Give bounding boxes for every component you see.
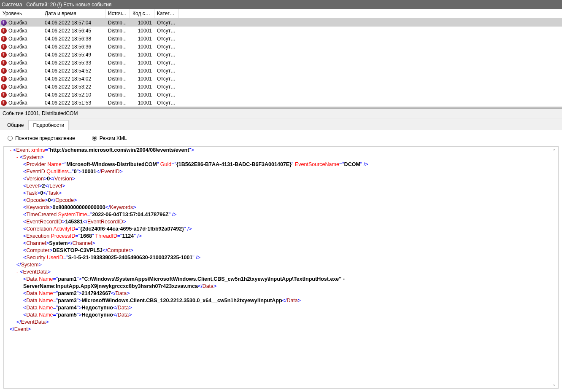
row-code: 10001 <box>130 19 154 26</box>
xml-provider-src: DCOM <box>344 161 360 167</box>
col-header-code[interactable]: Код со... <box>130 9 154 18</box>
xml-keywords: 0x8080000000000000 <box>53 204 105 210</box>
row-source: Distrib... <box>105 91 130 98</box>
row-date: 04.06.2022 18:56:36 <box>42 43 105 50</box>
xml-channel: System <box>49 240 68 246</box>
row-date: 04.06.2022 18:54:52 <box>42 67 105 74</box>
event-row[interactable]: !Ошибка04.06.2022 18:52:10Distrib...1000… <box>0 91 562 99</box>
row-category: Отсутс... <box>154 91 179 98</box>
event-row[interactable]: !Ошибка04.06.2022 18:55:49Distrib...1000… <box>0 51 562 59</box>
row-category: Отсутс... <box>154 75 179 82</box>
row-code: 10001 <box>130 35 154 42</box>
col-header-level[interactable]: Уровень <box>0 9 42 18</box>
row-category: Отсутс... <box>154 59 179 66</box>
radio-xml-label: Режим XML <box>100 135 127 141</box>
row-level: Ошибка <box>8 68 27 74</box>
row-level: Ошибка <box>8 20 27 26</box>
row-date: 04.06.2022 18:56:38 <box>42 35 105 42</box>
error-icon: ! <box>1 52 7 58</box>
radio-friendly-label: Понятное представление <box>15 135 75 141</box>
event-row[interactable]: !Ошибка04.06.2022 18:53:22Distrib...1000… <box>0 83 562 91</box>
tab-general[interactable]: Общие <box>3 120 28 130</box>
detail-title: Событие 10001, DistributedCOM <box>0 109 562 118</box>
row-date: 04.06.2022 18:53:22 <box>42 83 105 90</box>
row-level: Ошибка <box>8 100 27 106</box>
xml-view[interactable]: ⌃ ⌄ -<Event xmlns="http://schemas.micros… <box>3 146 559 389</box>
xml-time: 2022-06-04T13:57:04.4178796Z <box>92 212 168 217</box>
row-level: Ошибка <box>8 76 27 82</box>
radio-friendly[interactable]: Понятное представление <box>8 135 75 141</box>
error-icon: ! <box>1 60 7 66</box>
row-category: Отсутс... <box>154 51 179 58</box>
xml-xmlns: http://schemas.microsoft.com/win/2004/08… <box>50 147 189 153</box>
radio-friendly-dot <box>8 136 13 141</box>
error-icon: ! <box>1 68 7 74</box>
status-text: Событий: 20 (!) Есть новые события <box>26 2 111 8</box>
xml-param4: Недоступно <box>82 305 113 311</box>
title-bar: Система Событий: 20 (!) Есть новые событ… <box>0 0 562 9</box>
event-row[interactable]: !Ошибка04.06.2022 18:55:33Distrib...1000… <box>0 59 562 67</box>
row-category: Отсутс... <box>154 43 179 50</box>
scroll-up-icon[interactable]: ⌃ <box>551 148 557 154</box>
detail-tabs: Общие Подробности <box>0 118 562 130</box>
row-source: Distrib... <box>105 99 130 106</box>
event-row[interactable]: !Ошибка04.06.2022 18:54:02Distrib...1000… <box>0 75 562 83</box>
xml-param3: MicrosoftWindows.Client.CBS_120.2212.353… <box>82 298 282 303</box>
row-code: 10001 <box>130 99 154 106</box>
row-code: 10001 <box>130 51 154 58</box>
error-icon: ! <box>1 44 7 50</box>
row-level: Ошибка <box>8 44 27 50</box>
row-date: 04.06.2022 18:57:04 <box>42 19 105 26</box>
event-row[interactable]: !Ошибка04.06.2022 18:57:04Distrib...1000… <box>0 19 562 27</box>
row-code: 10001 <box>130 27 154 34</box>
view-mode-radios: Понятное представление Режим XML <box>0 130 562 146</box>
row-category: Отсутс... <box>154 83 179 90</box>
row-date: 04.06.2022 18:54:02 <box>42 75 105 82</box>
xml-provider-guid: {1B562E86-B7AA-4131-BADC-B6F3A001407E} <box>176 161 292 167</box>
row-date: 04.06.2022 18:55:33 <box>42 59 105 66</box>
row-source: Distrib... <box>105 51 130 58</box>
radio-xml[interactable]: Режим XML <box>92 135 127 141</box>
row-code: 10001 <box>130 59 154 66</box>
row-source: Distrib... <box>105 27 130 34</box>
error-icon: ! <box>1 92 7 98</box>
row-source: Distrib... <box>105 59 130 66</box>
row-code: 10001 <box>130 67 154 74</box>
row-category: Отсутс... <box>154 67 179 74</box>
row-level: Ошибка <box>8 92 27 98</box>
row-level: Ошибка <box>8 60 27 66</box>
row-level: Ошибка <box>8 52 27 58</box>
row-category: Отсутс... <box>154 99 179 106</box>
xml-processid: 1668 <box>80 233 92 239</box>
row-category: Отсутс... <box>154 27 179 34</box>
event-row[interactable]: !Ошибка04.06.2022 18:56:45Distrib...1000… <box>0 27 562 35</box>
row-category: Отсутс... <box>154 19 179 26</box>
row-category: Отсутс... <box>154 35 179 42</box>
error-icon: ! <box>1 36 7 42</box>
row-level: Ошибка <box>8 84 27 90</box>
scroll-down-icon[interactable]: ⌄ <box>551 381 557 387</box>
tab-details[interactable]: Подробности <box>28 120 69 130</box>
col-header-category[interactable]: Катего... <box>154 9 179 18</box>
col-header-source[interactable]: Источ... <box>105 9 130 18</box>
row-source: Distrib... <box>105 83 130 90</box>
event-row[interactable]: !Ошибка04.06.2022 18:51:53Distrib...1000… <box>0 99 562 107</box>
row-code: 10001 <box>130 75 154 82</box>
event-row[interactable]: !Ошибка04.06.2022 18:56:36Distrib...1000… <box>0 43 562 51</box>
col-header-date[interactable]: Дата и время <box>42 9 105 18</box>
row-date: 04.06.2022 18:56:45 <box>42 27 105 34</box>
xml-provider-name: Microsoft-Windows-DistributedCOM <box>66 161 157 167</box>
xml-param5: Недоступно <box>82 312 113 318</box>
row-level: Ошибка <box>8 28 27 34</box>
xml-computer: DESKTOP-C3VPL5J <box>53 247 103 253</box>
event-row[interactable]: !Ошибка04.06.2022 18:56:38Distrib...1000… <box>0 35 562 43</box>
xml-tree: -<Event xmlns="http://schemas.microsoft.… <box>10 147 552 333</box>
xml-threadid: 1124 <box>122 233 134 239</box>
event-row[interactable]: !Ошибка04.06.2022 18:54:52Distrib...1000… <box>0 67 562 75</box>
row-level: Ошибка <box>8 36 27 42</box>
xml-userid: S-1-5-21-193839025-2405490630-2100027325… <box>68 255 193 260</box>
row-code: 10001 <box>130 43 154 50</box>
row-source: Distrib... <box>105 67 130 74</box>
title-text: Система <box>2 2 22 8</box>
row-date: 04.06.2022 18:51:53 <box>42 99 105 106</box>
